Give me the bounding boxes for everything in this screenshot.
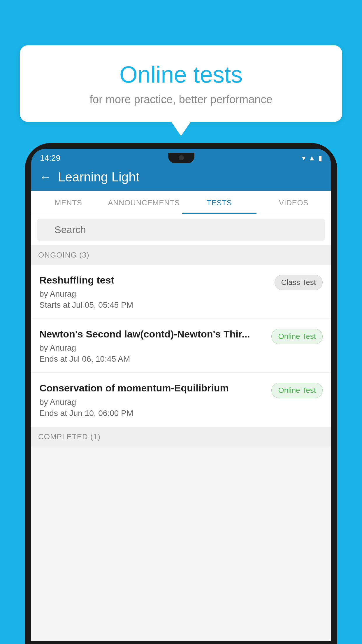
completed-section-header: COMPLETED (1) — [31, 427, 331, 447]
test-badge: Class Test — [275, 275, 323, 290]
search-input[interactable] — [37, 219, 325, 241]
test-info: Newton's Second law(contd)-Newton's Thir… — [39, 328, 271, 364]
tabs-bar: MENTS ANNOUNCEMENTS TESTS VIDEOS — [31, 191, 331, 214]
status-icons: ▾ ▲ ▮ — [302, 154, 322, 162]
status-bar: 14:29 ▾ ▲ ▮ — [31, 149, 331, 163]
test-item[interactable]: Reshuffling test by Anurag Starts at Jul… — [31, 265, 331, 319]
phone-notch — [168, 153, 194, 163]
tab-tests[interactable]: TESTS — [182, 191, 256, 214]
bubble-subtitle: for more practice, better performance — [37, 93, 325, 106]
app-header: ← Learning Light — [31, 163, 331, 191]
test-author: by Anurag — [39, 343, 267, 353]
promo-bubble: Online tests for more practice, better p… — [20, 45, 342, 122]
ongoing-section-header: ONGOING (3) — [31, 245, 331, 265]
test-time: Starts at Jul 05, 05:45 PM — [39, 300, 270, 310]
back-button[interactable]: ← — [39, 171, 51, 183]
tab-videos[interactable]: VIDEOS — [256, 191, 331, 214]
signal-icon: ▲ — [308, 154, 315, 162]
test-item[interactable]: Conservation of momentum-Equilibrium by … — [31, 373, 331, 427]
bubble-title: Online tests — [37, 61, 325, 88]
test-time: Ends at Jul 06, 10:45 AM — [39, 354, 267, 364]
search-wrapper: 🔍 — [37, 219, 325, 241]
test-name: Newton's Second law(contd)-Newton's Thir… — [39, 328, 267, 340]
test-badge: Online Test — [271, 383, 323, 398]
wifi-icon: ▾ — [302, 154, 305, 162]
phone-screen: ← Learning Light MENTS ANNOUNCEMENTS TES… — [31, 163, 331, 641]
test-info: Reshuffling test by Anurag Starts at Jul… — [39, 274, 275, 310]
tab-announcements[interactable]: ANNOUNCEMENTS — [106, 191, 182, 214]
test-info: Conservation of momentum-Equilibrium by … — [39, 382, 271, 418]
app-title: Learning Light — [58, 170, 139, 184]
battery-icon: ▮ — [318, 154, 322, 162]
test-time: Ends at Jun 10, 06:00 PM — [39, 409, 267, 418]
test-author: by Anurag — [39, 289, 270, 299]
search-container: 🔍 — [31, 214, 331, 245]
test-item[interactable]: Newton's Second law(contd)-Newton's Thir… — [31, 319, 331, 373]
test-author: by Anurag — [39, 398, 267, 407]
phone-time: 14:29 — [40, 153, 60, 163]
tab-ments[interactable]: MENTS — [31, 191, 106, 214]
phone-frame: 14:29 ▾ ▲ ▮ ← Learning Light MENTS ANNOU… — [25, 143, 337, 644]
test-name: Conservation of momentum-Equilibrium — [39, 382, 267, 394]
test-name: Reshuffling test — [39, 274, 270, 286]
test-badge: Online Test — [271, 329, 323, 344]
